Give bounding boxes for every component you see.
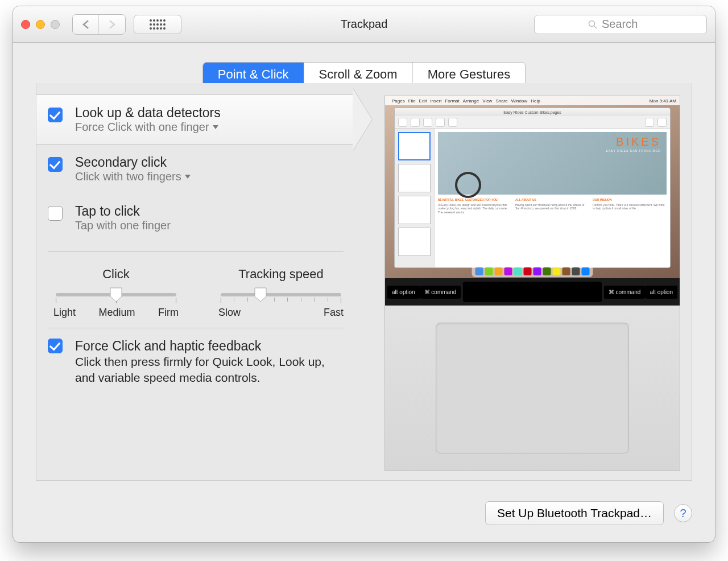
search-field[interactable] [534, 15, 707, 34]
preview-touchbar [463, 282, 601, 302]
option-lookup-sub: Force Click with one finger [75, 121, 209, 134]
click-slider-labels: Light Medium Firm [53, 307, 179, 319]
menubar-clock: Mon 9:41 AM [650, 98, 676, 104]
menu-item: Arrange [463, 98, 479, 104]
option-tap-sub: Tap with one finger [75, 219, 355, 232]
preview-document: BIKES EASY RIDES SAN FRANCISCO BEAUTIFUL… [435, 129, 670, 267]
force-click-desc: Click then press firmly for Quick Look, … [75, 354, 342, 386]
option-secondary-title: Secondary click [75, 155, 355, 170]
chevron-down-icon [213, 125, 218, 129]
svg-point-0 [150, 19, 152, 22]
key-alt-right: alt option [645, 286, 677, 299]
svg-point-13 [160, 27, 162, 30]
chevron-down-icon [185, 175, 191, 179]
preview-screen: Pages File Edit Insert Format Arrange Vi… [385, 96, 680, 278]
svg-point-12 [156, 27, 159, 30]
preview-trackpad [436, 323, 629, 453]
preview-keyboard-row: alt option ⌘ command ⌘ command alt optio… [385, 278, 680, 306]
checkbox-lookup[interactable] [48, 108, 63, 122]
nav-segment [72, 14, 126, 35]
click-mid-label: Medium [99, 307, 135, 319]
key-cmd-left: ⌘ command [420, 286, 461, 299]
key-alt-left: alt option [387, 286, 420, 299]
click-slider-group: Click Light Medium Firm [53, 267, 179, 319]
tab-bar: Point & Click Scroll & Zoom More Gesture… [13, 43, 715, 87]
titlebar: Trackpad [13, 6, 715, 43]
settings-well: Look up & data detectors Force Click wit… [36, 83, 692, 481]
preview-pages-toolbar [395, 116, 670, 129]
col-head: ALL ABOUT US [515, 198, 589, 202]
svg-point-1 [153, 19, 155, 22]
click-slider-thumb[interactable] [110, 287, 122, 302]
forward-button[interactable] [99, 15, 125, 34]
preview-hero-text: BIKES [616, 135, 661, 148]
bottom-controls: Set Up Bluetooth Trackpad… ? [485, 501, 692, 525]
menu-item: Share [495, 98, 507, 104]
checkbox-tap[interactable] [48, 206, 63, 221]
tracking-slider[interactable] [221, 293, 341, 296]
option-secondary-subselect[interactable]: Click with two fingers [75, 170, 355, 183]
back-button[interactable] [73, 15, 99, 34]
help-button[interactable]: ? [674, 504, 692, 522]
preferences-window: Trackpad Point & Click Scroll & Zoom Mor… [13, 6, 715, 543]
svg-point-6 [153, 23, 155, 26]
option-tap-to-click[interactable]: Tap to click Tap with one finger [36, 193, 355, 242]
menu-item: Insert [430, 98, 441, 104]
option-secondary-sub: Click with two fingers [75, 170, 181, 183]
svg-point-14 [163, 27, 166, 30]
preview-dock [472, 266, 593, 277]
svg-point-3 [160, 19, 162, 22]
tracking-slider-thumb[interactable] [254, 287, 267, 302]
option-secondary-click[interactable]: Secondary click Click with two fingers [36, 145, 355, 193]
menu-item: Edit [419, 98, 427, 104]
tracking-slider-label: Tracking speed [218, 267, 344, 282]
show-all-button[interactable] [134, 15, 181, 34]
svg-point-10 [150, 27, 152, 30]
tracking-min-label: Slow [218, 307, 241, 319]
checkbox-secondary[interactable] [48, 157, 63, 172]
svg-point-5 [150, 23, 152, 26]
menu-item: View [482, 98, 492, 104]
click-min-label: Light [53, 307, 76, 319]
svg-point-2 [156, 19, 159, 22]
preview-thumbnails [395, 129, 435, 267]
click-slider[interactable] [56, 293, 176, 296]
preview-menubar: Pages File Edit Insert Format Arrange Vi… [385, 96, 680, 105]
tracking-slider-labels: Slow Fast [218, 307, 344, 319]
gesture-preview: Pages File Edit Insert Format Arrange Vi… [384, 96, 680, 471]
menu-item: File [408, 98, 416, 104]
option-lookup[interactable]: Look up & data detectors Force Click wit… [36, 94, 355, 145]
svg-point-15 [589, 20, 595, 26]
svg-point-4 [163, 19, 166, 22]
col-head: OUR MISSION [593, 198, 667, 202]
close-window-button[interactable] [21, 20, 30, 29]
tracking-max-label: Fast [324, 307, 344, 319]
checkbox-force-click[interactable] [48, 339, 63, 353]
grid-icon [149, 19, 166, 30]
svg-line-16 [594, 26, 597, 28]
option-tap-title: Tap to click [75, 204, 355, 219]
svg-point-8 [160, 23, 162, 26]
option-lookup-subselect[interactable]: Force Click with one finger [75, 121, 355, 134]
menu-item: Window [511, 98, 527, 104]
option-force-click[interactable]: Force Click and haptic feedback Click th… [36, 328, 355, 386]
preview-pages-window: Easy Rides Custom Bikes.pages [394, 108, 671, 268]
zoom-window-button[interactable] [51, 20, 60, 29]
click-slider-label: Click [53, 267, 179, 282]
svg-point-11 [153, 27, 155, 30]
svg-point-7 [156, 23, 159, 26]
minimize-window-button[interactable] [36, 20, 45, 29]
search-icon [588, 20, 597, 29]
menu-item: Format [445, 98, 459, 104]
options-column: Look up & data detectors Force Click wit… [36, 94, 355, 386]
force-click-title: Force Click and haptic feedback [75, 339, 344, 354]
preview-hero-sub: EASY RIDES SAN FRANCISCO [606, 149, 661, 152]
col-head: BEAUTIFUL BIKES. CUSTOMIZED FOR YOU. [438, 198, 512, 202]
key-cmd-right: ⌘ command [604, 286, 646, 299]
setup-bluetooth-button[interactable]: Set Up Bluetooth Trackpad… [485, 501, 664, 525]
menu-item: Pages [392, 98, 405, 104]
search-input[interactable] [602, 18, 653, 31]
sliders-row: Click Light Medium Firm [36, 252, 355, 319]
preview-doc-titlebar: Easy Rides Custom Bikes.pages [395, 108, 670, 116]
preview-trackpad-area [385, 306, 680, 471]
